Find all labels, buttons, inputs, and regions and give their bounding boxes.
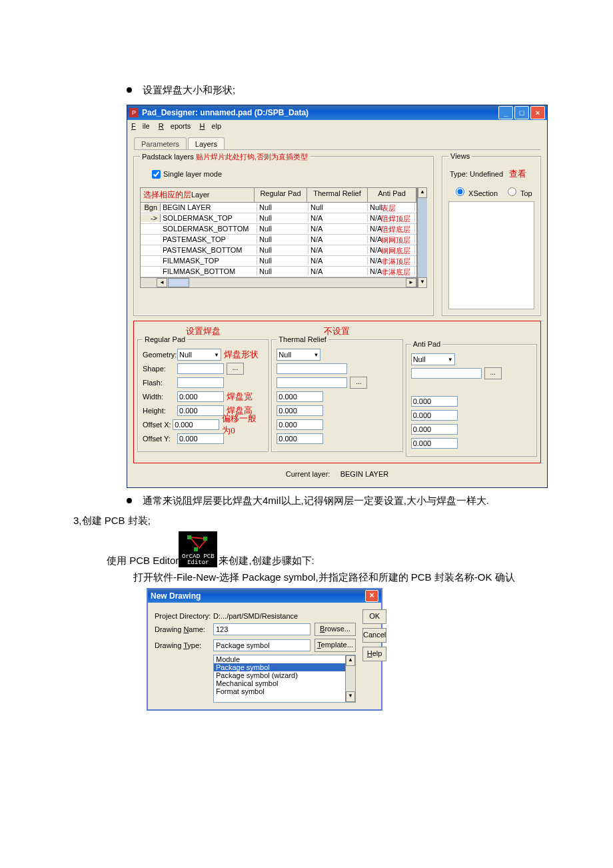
views-group: Views Type: Undefined 查看 XSection Top	[442, 157, 540, 315]
layers-table: 选择相应的层Layer Regular Pad Thermal Relief A…	[140, 187, 417, 288]
window-title: Pad_Designer: unnamed.pad (D:/SPB_Data)	[142, 108, 498, 117]
thermal-height-input[interactable]	[277, 405, 323, 416]
geometry-annotation: 焊盘形状	[224, 349, 259, 361]
width-annotation: 焊盘宽	[227, 391, 253, 403]
anti-shape-input[interactable]	[411, 368, 482, 379]
table-row[interactable]: PASTEMASK_BOTTOMNullN/AN/A钢网底层	[141, 245, 416, 256]
shape-browse-button[interactable]: ...	[227, 363, 244, 375]
label-shape: Shape:	[143, 365, 177, 373]
tab-layers[interactable]: Layers	[188, 137, 225, 149]
offset-annotation: 偏移一般为0	[222, 413, 263, 437]
views-preview	[448, 201, 534, 309]
titlebar[interactable]: P Pad_Designer: unnamed.pad (D:/SPB_Data…	[127, 105, 547, 120]
label-height: Height:	[143, 407, 177, 415]
views-type: Type: Undefined	[450, 170, 503, 178]
maximize-button[interactable]: □	[514, 106, 529, 119]
label-offsety: Offset Y:	[143, 435, 177, 443]
col-anti-pad[interactable]: Anti Pad	[368, 188, 416, 202]
width-input[interactable]	[177, 391, 224, 402]
views-label: Views	[448, 152, 472, 160]
list-item[interactable]: Package symbol	[214, 663, 355, 671]
thermal-width-input[interactable]	[277, 391, 323, 402]
help-button[interactable]: HelpHelp	[362, 647, 386, 661]
anti-pad-group: Anti Pad Null▼ ...	[406, 345, 536, 456]
col-regular-pad[interactable]: Regular Pad	[255, 188, 307, 202]
bullet-text-2: 通常来说阻焊层要比焊盘大4mil以上,记得钢网层一定要设置,大小与焊盘一样大.	[143, 493, 489, 509]
bullet-icon	[127, 498, 132, 503]
flash-input[interactable]	[177, 377, 224, 388]
thermal-flash-input[interactable]	[277, 377, 347, 388]
list-item[interactable]: Package symbol (wizard)	[214, 671, 355, 679]
padstack-layers-group: Padstack layers 贴片焊片此处打钩,否则为直插类型 Single …	[134, 157, 433, 315]
anti-offsety-input[interactable]	[411, 438, 458, 449]
table-row[interactable]: ->SOLDERMASK_TOPNullN/AN/A阻焊顶层	[141, 213, 416, 224]
offsety-input[interactable]	[177, 433, 224, 444]
use-editor-prefix: 使用 PCB Editor	[107, 555, 179, 567]
ok-button[interactable]: OK	[362, 609, 386, 624]
app-icon: P	[129, 108, 139, 117]
table-row[interactable]: FILMMASK_TOPNullN/AN/A非淋顶层	[141, 256, 416, 267]
browse-button[interactable]: Browse...Browse...	[314, 623, 356, 636]
label-flash: Flash:	[143, 379, 177, 387]
close-button[interactable]: ×	[530, 106, 545, 119]
drawing-name-input[interactable]	[213, 623, 310, 635]
table-row[interactable]: SOLDERMASK_BOTTOMNullN/AN/A阻焊底层	[141, 224, 416, 235]
dialog-close-button[interactable]: ×	[365, 590, 378, 602]
orcad-pcb-editor-icon[interactable]: OrCAD PCB Editor	[179, 531, 217, 567]
thermal-offsety-input[interactable]	[277, 433, 323, 444]
minimize-button[interactable]: _	[498, 106, 513, 119]
anti-shape-browse-button[interactable]: ...	[484, 367, 502, 379]
shape-input[interactable]	[177, 363, 224, 374]
cancel-button[interactable]: Cancel	[362, 628, 386, 643]
drawing-name-label: Drawing Name:Drawing Name:	[155, 625, 213, 633]
list-item[interactable]: Format symbol	[214, 687, 355, 695]
label-geometry: Geometry:	[143, 351, 177, 359]
geometry-select[interactable]: Null▼	[177, 349, 221, 361]
section-3-heading: 3,创建 PCB 封装;	[73, 515, 553, 527]
menu-help[interactable]: HelpHelp	[199, 122, 221, 130]
label-offsetx: Offset X:	[143, 421, 173, 429]
anti-height-input[interactable]	[411, 410, 458, 421]
tab-parameters[interactable]: Parameters	[134, 137, 187, 149]
drawing-type-input[interactable]	[213, 639, 310, 651]
single-layer-label: Single layer mode	[163, 170, 222, 178]
single-layer-checkbox[interactable]	[152, 170, 161, 179]
thermal-flash-browse-button[interactable]: ...	[350, 377, 367, 389]
list-item[interactable]: Module	[214, 655, 355, 663]
col-thermal-relief[interactable]: Thermal Relief	[307, 188, 368, 202]
bullet-text-1: 设置焊盘大小和形状;	[143, 83, 235, 98]
pad-settings-redbox: 设置焊盘 Regular Pad Geometry: Null▼ 焊盘形状 Sh…	[133, 321, 541, 463]
template-button[interactable]: Template...Template...	[314, 639, 356, 652]
list-item[interactable]: Mechanical symbol	[214, 679, 355, 687]
dialog-titlebar[interactable]: New Drawing ×	[148, 589, 381, 603]
thermal-geometry-select[interactable]: Null▼	[277, 349, 320, 361]
pad-designer-window: P Pad_Designer: unnamed.pad (D:/SPB_Data…	[127, 105, 548, 488]
select-layer-annotation: 选择相应的层	[143, 190, 191, 199]
offsetx-input[interactable]	[173, 419, 219, 430]
radio-top[interactable]: Top	[504, 185, 532, 197]
height-input[interactable]	[177, 405, 224, 416]
thermal-shape-input[interactable]	[277, 363, 347, 374]
vertical-scrollbar[interactable]: ▲▼	[417, 187, 427, 288]
drawing-type-label: Drawing Type:Drawing Type:	[155, 641, 213, 649]
table-row[interactable]: BgnBEGIN LAYERNullNullNull表层	[141, 203, 416, 213]
anti-geometry-select[interactable]: Null▼	[411, 353, 455, 365]
open-steps-text: 打开软件-File-New-选择 Package symbol,并指定路径和所建…	[133, 571, 553, 584]
project-directory-value: D:.../part/SMD/Resistance	[213, 612, 356, 620]
anti-width-input[interactable]	[411, 396, 458, 407]
anti-offsetx-input[interactable]	[411, 424, 458, 435]
padstack-group-label: Padstack layers 贴片焊片此处打钩,否则为直插类型	[140, 152, 310, 162]
table-row[interactable]: FILMMASK_BOTTOMNullN/AN/A非淋底层	[141, 267, 416, 277]
use-editor-suffix: 来创建,创建步骤如下:	[219, 555, 314, 567]
views-look-annotation: 查看	[509, 169, 526, 179]
drawing-type-listbox[interactable]: Module Package symbol Package symbol (wi…	[213, 655, 356, 703]
menu-file[interactable]: FFileile	[131, 122, 150, 130]
thermal-offsetx-input[interactable]	[277, 419, 323, 430]
bullet-icon	[127, 87, 132, 93]
horizontal-scrollbar[interactable]: ◄►	[141, 277, 416, 287]
current-layer-label: Current layer:	[286, 470, 330, 478]
listbox-scrollbar[interactable]: ▲▼	[345, 655, 355, 702]
table-row[interactable]: PASTEMASK_TOPNullN/AN/A钢网顶层	[141, 235, 416, 245]
radio-xsection[interactable]: XSection	[452, 185, 498, 197]
menu-reports[interactable]: ReportsReports	[159, 122, 191, 130]
